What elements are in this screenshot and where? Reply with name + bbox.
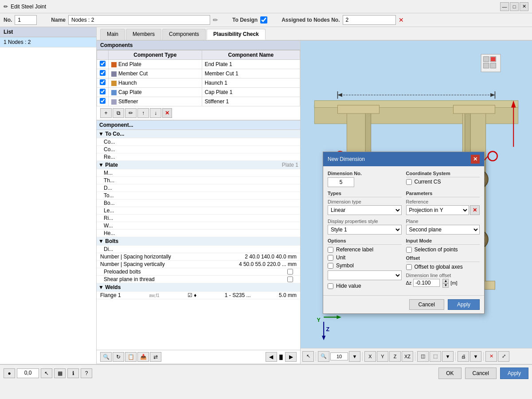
- move-up-button[interactable]: ↑: [137, 108, 149, 118]
- tree-item[interactable]: M...: [97, 169, 300, 177]
- offset-global-checkbox[interactable]: [406, 264, 412, 270]
- tree-item[interactable]: W...: [97, 222, 300, 230]
- delta-z-input[interactable]: [413, 279, 440, 287]
- reference-clear-button[interactable]: ✕: [470, 205, 480, 215]
- table-button[interactable]: ▦: [54, 368, 66, 378]
- bottom-apply-button[interactable]: Apply: [500, 368, 528, 379]
- add-button[interactable]: +: [100, 108, 112, 118]
- reference-select[interactable]: Projection in Y Projection in X Projecti…: [406, 205, 469, 215]
- tab-plausibility[interactable]: Plausibility Check: [207, 29, 266, 40]
- unit-checkbox[interactable]: [328, 255, 333, 261]
- render-button[interactable]: ◫: [417, 351, 429, 362]
- tree-node-plate[interactable]: ▼ Plate Plate 1: [97, 161, 300, 169]
- sidebar-item-1[interactable]: 1 Nodes : 2: [0, 37, 96, 47]
- view-y-button[interactable]: Y: [377, 351, 388, 362]
- copy-button[interactable]: ⧉: [113, 108, 124, 118]
- tab-components[interactable]: Components: [162, 29, 206, 40]
- shear-plane[interactable]: Shear plane in thread: [97, 276, 300, 283]
- hide-value-checkbox[interactable]: [328, 283, 333, 289]
- tree-item[interactable]: He...: [97, 230, 300, 237]
- cancel-button[interactable]: Cancel: [409, 299, 444, 310]
- selection-checkbox[interactable]: [406, 247, 412, 253]
- display-style-select[interactable]: Style 1 Style 2: [328, 225, 402, 235]
- swap-button[interactable]: ⇄: [150, 352, 161, 362]
- fullscreen-button[interactable]: ⤢: [498, 351, 509, 362]
- view-xz-button[interactable]: XZ: [402, 351, 413, 362]
- table-row[interactable]: Stiffener Stiffener 1: [97, 97, 300, 106]
- tree-item[interactable]: Le...: [97, 207, 300, 215]
- row-checkbox[interactable]: [100, 61, 106, 66]
- select-button[interactable]: ↖: [41, 368, 52, 378]
- tree-item[interactable]: Di...: [97, 246, 300, 253]
- help-button[interactable]: ?: [81, 368, 92, 378]
- no-input[interactable]: [15, 15, 37, 25]
- print-button[interactable]: 🖨: [458, 351, 469, 362]
- zoom-level[interactable]: 10: [330, 352, 348, 360]
- table-row[interactable]: Haunch Haunch 1: [97, 78, 300, 88]
- row-checkbox[interactable]: [100, 70, 106, 76]
- edit-button[interactable]: ✏: [125, 108, 137, 118]
- render-select[interactable]: ▼: [442, 351, 454, 362]
- maximize-button[interactable]: □: [510, 2, 519, 11]
- render2-button[interactable]: ⬚: [430, 351, 441, 362]
- edit-icon[interactable]: ✏: [213, 16, 218, 23]
- assigned-input[interactable]: [343, 15, 396, 25]
- next-page-button[interactable]: ▶: [285, 352, 297, 362]
- preloaded-bolts[interactable]: Preloaded bolts: [97, 268, 300, 276]
- print-select[interactable]: ▼: [470, 351, 481, 362]
- close-button[interactable]: ✕: [520, 2, 528, 11]
- info-button[interactable]: ℹ: [67, 368, 79, 378]
- to-design-checkbox[interactable]: [260, 16, 267, 23]
- symbol-select[interactable]: [328, 270, 402, 280]
- tree-node-bolts[interactable]: ▼ Bolts: [97, 237, 300, 246]
- row-checkbox[interactable]: [100, 98, 106, 104]
- zoom-select[interactable]: ▼: [349, 351, 360, 362]
- tree-item[interactable]: D...: [97, 184, 300, 192]
- table-row[interactable]: Member Cut Member Cut 1: [97, 69, 300, 78]
- name-input[interactable]: [68, 15, 210, 25]
- delta-z-spinner[interactable]: ▲ ▼: [413, 279, 449, 287]
- prev-page-button[interactable]: ◀: [266, 352, 277, 362]
- dimension-no-input[interactable]: [328, 177, 354, 187]
- tree-item[interactable]: Co...: [97, 146, 300, 153]
- status-button[interactable]: ●: [4, 368, 15, 378]
- symbol-checkbox[interactable]: [328, 263, 333, 269]
- tree-node-welds[interactable]: ▼ Welds: [97, 283, 300, 292]
- tab-main[interactable]: Main: [100, 29, 125, 40]
- tree-item[interactable]: Bo...: [97, 200, 300, 207]
- dimension-type-select[interactable]: Linear Radial Angular: [328, 205, 402, 215]
- current-cs-checkbox[interactable]: [406, 179, 412, 185]
- ref-label-checkbox[interactable]: [328, 247, 333, 253]
- spin-up[interactable]: ▲: [442, 279, 449, 283]
- import-button[interactable]: 📥: [137, 352, 149, 362]
- refresh-button[interactable]: ↻: [113, 352, 124, 362]
- bolt-spacing-v[interactable]: Number | Spacing vertically 4 50.0 55.0 …: [97, 261, 300, 268]
- del-canvas-button[interactable]: ✕: [485, 351, 497, 362]
- minimize-button[interactable]: —: [500, 2, 509, 11]
- tree-item[interactable]: To...: [97, 192, 300, 200]
- modal-apply-button[interactable]: Apply: [448, 299, 480, 310]
- row-checkbox[interactable]: [100, 79, 106, 85]
- move-down-button[interactable]: ↓: [150, 108, 161, 118]
- shear-checkbox[interactable]: [287, 276, 293, 282]
- cursor-button[interactable]: ↖: [302, 351, 314, 362]
- tree-node-to-component[interactable]: ▼ To Co...: [97, 130, 300, 138]
- remove-button[interactable]: ✕: [162, 108, 172, 118]
- view-x-button[interactable]: X: [364, 351, 376, 362]
- view-z-button[interactable]: Z: [389, 351, 401, 362]
- tree-item[interactable]: Th...: [97, 177, 300, 184]
- table-row[interactable]: End Plate End Plate 1: [97, 60, 300, 69]
- bolt-spacing-h[interactable]: Number | Spacing horizontally 2 40.0 140…: [97, 253, 300, 261]
- tab-members[interactable]: Members: [126, 29, 161, 40]
- bottom-cancel-button[interactable]: Cancel: [465, 368, 497, 379]
- search-button[interactable]: 🔍: [100, 352, 112, 362]
- weld-flange[interactable]: Flange 1 aw,f1 ☑ ♦ 1 - S235 ... 5.0 mm: [97, 292, 300, 299]
- spin-down[interactable]: ▼: [442, 283, 449, 288]
- plane-select[interactable]: Second plane First plane Third plane: [406, 225, 480, 235]
- tree-item[interactable]: Re...: [97, 153, 300, 161]
- tree-item[interactable]: Co...: [97, 138, 300, 146]
- preloaded-checkbox[interactable]: [287, 269, 293, 275]
- row-checkbox[interactable]: [100, 89, 106, 94]
- export-button[interactable]: 📋: [125, 352, 137, 362]
- modal-close-button[interactable]: ✕: [471, 155, 480, 164]
